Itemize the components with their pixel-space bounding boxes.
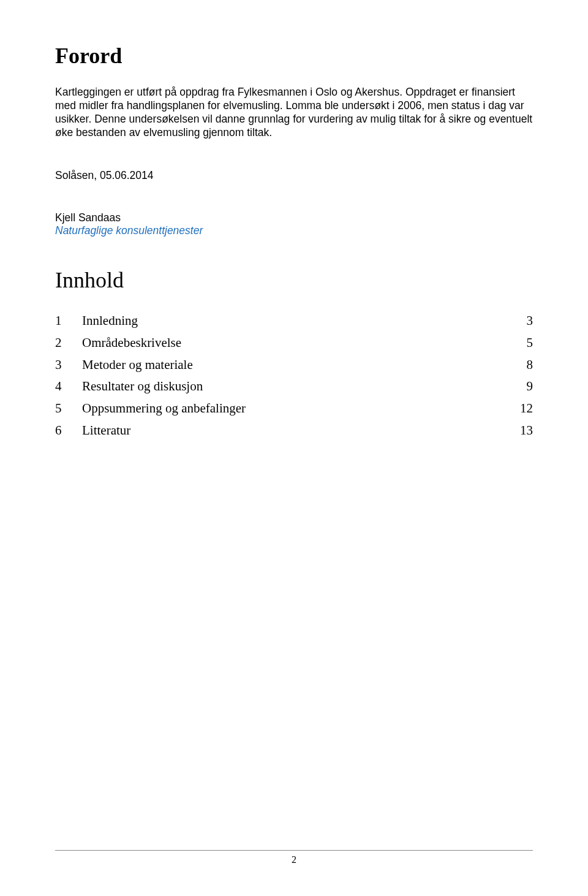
author-name: Kjell Sandaas xyxy=(55,211,533,225)
footer-divider xyxy=(55,850,533,851)
author-org: Naturfaglige konsulenttjenester xyxy=(55,224,533,238)
toc-item: 2 Områdebeskrivelse 5 xyxy=(55,332,533,354)
innhold-heading: Innhold xyxy=(55,267,533,293)
toc-item-num: 3 xyxy=(55,354,82,376)
toc-item-page: 3 xyxy=(502,310,533,332)
toc-item: 4 Resultater og diskusjon 9 xyxy=(55,376,533,398)
toc-item-num: 1 xyxy=(55,310,82,332)
toc-item-title: Resultater og diskusjon xyxy=(82,376,502,398)
toc-list: 1 Innledning 3 2 Områdebeskrivelse 5 3 M… xyxy=(55,310,533,441)
toc-item: 5 Oppsummering og anbefalinger 12 xyxy=(55,398,533,420)
toc-item: 6 Litteratur 13 xyxy=(55,420,533,442)
forord-dateline: Solåsen, 05.06.2014 xyxy=(55,169,533,182)
toc-item-num: 4 xyxy=(55,376,82,398)
toc-item-title: Innledning xyxy=(82,310,502,332)
page-number: 2 xyxy=(292,854,296,865)
toc-item-page: 13 xyxy=(502,420,533,442)
toc-item-title: Litteratur xyxy=(82,420,502,442)
page-footer: 2 xyxy=(55,850,533,865)
toc-item: 1 Innledning 3 xyxy=(55,310,533,332)
forord-paragraph: Kartleggingen er utført på oppdrag fra F… xyxy=(55,86,533,140)
toc-item-num: 6 xyxy=(55,420,82,442)
toc-item-page: 8 xyxy=(502,354,533,376)
toc-item-num: 5 xyxy=(55,398,82,420)
toc-item-page: 5 xyxy=(502,332,533,354)
toc-item-page: 9 xyxy=(502,376,533,398)
toc-item-title: Metoder og materiale xyxy=(82,354,502,376)
toc-item-title: Områdebeskrivelse xyxy=(82,332,502,354)
toc-item-num: 2 xyxy=(55,332,82,354)
toc-item-page: 12 xyxy=(502,398,533,420)
forord-heading: Forord xyxy=(55,43,533,69)
toc-item: 3 Metoder og materiale 8 xyxy=(55,354,533,376)
toc-item-title: Oppsummering og anbefalinger xyxy=(82,398,502,420)
